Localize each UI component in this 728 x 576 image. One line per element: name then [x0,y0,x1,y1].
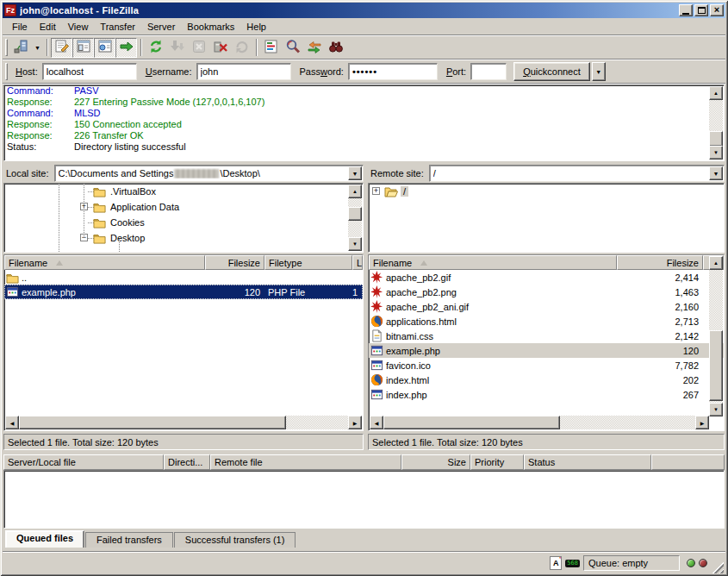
scrollbar-thumb[interactable] [19,416,286,429]
quickconnect-button[interactable]: Quickconnect [513,62,590,81]
tab-queued-files[interactable]: Queued files [5,530,84,548]
toggle-message-log-button[interactable] [51,38,72,58]
directory-comparison-button[interactable] [282,38,303,58]
password-input[interactable] [348,63,438,80]
port-input[interactable] [470,63,507,80]
file-row-example-php[interactable]: example.php120PHP File1 [4,285,363,299]
file-name: favicon.ico [386,360,431,371]
menu-item-bookmarks[interactable]: Bookmarks [181,20,240,34]
close-button[interactable]: × [710,4,724,16]
local-tree-scrollbar[interactable]: ▲ ▼ [348,185,362,251]
transfer-type-indicator-icon[interactable]: A’ [550,556,562,570]
scroll-up-icon[interactable]: ▲ [348,185,362,198]
column-header-filetype[interactable]: Filetype [264,255,352,270]
column-header-l[interactable]: L [352,255,363,270]
file-row-applications-html[interactable]: applications.html2,713 [369,314,724,329]
minimize-button[interactable] [679,4,693,16]
title-bar[interactable]: Fz john@localhost - FileZilla × [3,3,725,18]
queue-column-size[interactable]: Size [401,454,470,470]
speed-limit-indicator-icon[interactable]: 568 [565,560,580,567]
quickconnect-dropdown-button[interactable]: ▼ [592,62,606,81]
column-header-label: Directi... [168,457,202,467]
file-row-apache-pb2-png[interactable]: apache_pb2.png1,463 [369,285,724,299]
log-line-text: MLSD [74,108,101,119]
queue-column-directi-[interactable]: Directi... [164,454,210,470]
scrollbar-thumb[interactable] [709,330,723,401]
scroll-right-icon[interactable]: ▶ [348,416,362,429]
synchronized-browsing-button[interactable] [303,38,325,58]
remote-horizontal-scrollbar[interactable]: ◀ ▶ [370,416,709,429]
queue-column-remote-file[interactable]: Remote file [210,454,401,470]
toggle-local-tree-button[interactable] [72,38,94,58]
tree-item-application-data[interactable]: +Application Data [4,199,363,215]
resize-grip[interactable] [711,560,724,573]
menu-item-server[interactable]: Server [141,20,181,34]
column-header-filename[interactable]: Filename [4,255,205,270]
column-header-filename[interactable]: Filename [369,255,617,270]
tab-successful-transfers-1-[interactable]: Successful transfers (1) [174,532,296,548]
column-header-filesize[interactable]: Filesize [205,255,264,270]
scrollbar-thumb[interactable] [709,131,723,147]
menu-item-view[interactable]: View [62,20,95,34]
scrollbar-thumb[interactable] [383,416,560,429]
local-horizontal-scrollbar[interactable]: ◀ ▶ [5,416,362,429]
column-header-filesize[interactable]: Filesize [617,255,703,270]
menu-item-file[interactable]: File [6,20,34,34]
log-scrollbar[interactable]: ▲ ▼ [709,86,723,160]
scroll-down-icon[interactable]: ▼ [709,403,723,416]
refresh-icon [148,39,164,56]
scroll-up-icon[interactable]: ▲ [709,86,723,100]
folder-icon [93,232,106,246]
file-name-cell: apache_pb2_ani.gif [369,300,617,313]
menu-item-help[interactable]: Help [240,20,272,34]
scroll-down-icon[interactable]: ▼ [709,146,723,160]
scroll-left-icon[interactable]: ◀ [5,416,19,429]
host-input[interactable] [42,63,137,80]
scroll-left-icon[interactable]: ◀ [370,416,383,429]
expand-icon[interactable]: + [372,187,380,195]
toggle-transfer-queue-button[interactable] [115,38,137,58]
username-input[interactable] [196,63,291,80]
tree-item-desktop[interactable]: −Desktop [4,230,363,246]
maximize-button[interactable] [694,4,708,16]
cancel-icon [191,39,207,56]
site-manager-dropdown-button[interactable]: ▼ [32,38,43,58]
file-row-index-php[interactable]: index.php267 [369,387,724,402]
remote-vertical-scrollbar[interactable]: ▲ ▼ [709,256,723,416]
find-files-button[interactable] [325,38,346,58]
scrollbar-thumb[interactable] [348,207,362,221]
menu-item-transfer[interactable]: Transfer [94,20,141,34]
file-row-favicon-ico[interactable]: favicon.ico7,782 [369,358,724,373]
local-site-combobox[interactable]: C:\Documents and Settings\Desktop\ ▼ [54,165,364,182]
disconnect-button[interactable] [209,38,231,58]
remote-site-combobox[interactable]: / ▼ [429,165,725,182]
refresh-button[interactable] [145,38,166,58]
scroll-up-icon[interactable]: ▲ [709,256,723,270]
chevron-down-icon[interactable]: ▼ [709,166,723,180]
menu-item-edit[interactable]: Edit [34,20,62,34]
queue-column-server-local-file[interactable]: Server/Local file [3,454,164,470]
file-row--[interactable]: .. [4,270,363,285]
scroll-down-icon[interactable]: ▼ [348,237,362,251]
file-row-index-html[interactable]: index.html202 [369,373,724,387]
file-name-cell: apache_pb2.gif [369,271,617,284]
column-header-label: L [357,258,362,268]
tree-item-cookies[interactable]: Cookies [4,215,363,230]
tab-failed-transfers[interactable]: Failed transfers [85,532,173,548]
queue-column-priority[interactable]: Priority [470,454,524,470]
toggle-remote-tree-button[interactable] [94,38,115,58]
scroll-right-icon[interactable]: ▶ [695,416,709,429]
queue-column-status[interactable]: Status [524,454,651,470]
file-row-apache-pb2-gif[interactable]: apache_pb2.gif2,414 [369,270,724,285]
filename-filters-button[interactable] [260,38,282,58]
file-row-example-php[interactable]: example.php120 [369,343,724,358]
file-row-apache-pb2-ani-gif[interactable]: apache_pb2_ani.gif2,160 [369,299,724,314]
chevron-down-icon[interactable]: ▼ [348,166,362,180]
tree-item--virtualbox[interactable]: .VirtualBox [4,184,363,199]
site-manager-button[interactable] [10,38,32,58]
file-row-bitnami-css[interactable]: bitnami.css2,142 [369,329,724,343]
tree-item-root[interactable]: +/ [369,184,724,199]
log-line-text: PASV [74,85,99,97]
activity-led-red-icon [699,559,707,567]
file-name-cell: index.php [369,388,617,401]
